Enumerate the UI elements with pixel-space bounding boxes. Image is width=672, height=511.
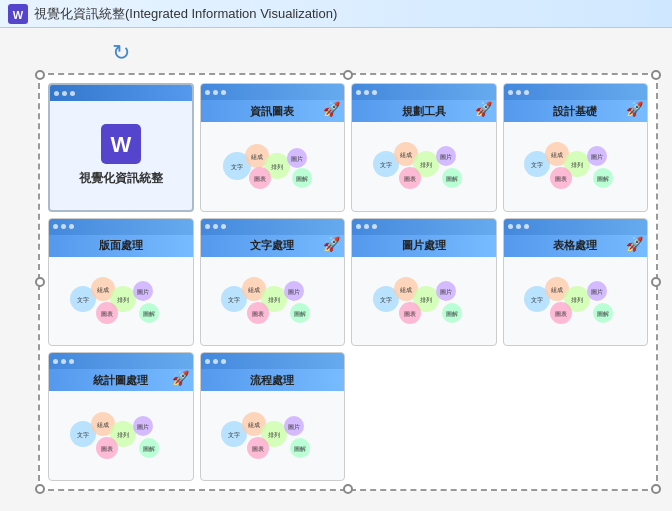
svg-text:圖片: 圖片	[440, 154, 452, 160]
svg-text:組成: 組成	[399, 287, 412, 293]
bubble-diagram-table: 文字 組成 排列 圖表 圖片 圖解	[515, 271, 635, 331]
svg-text:組成: 組成	[96, 422, 109, 428]
main-card-title: 視覺化資訊統整	[79, 170, 163, 187]
svg-text:圖表: 圖表	[404, 176, 416, 182]
card-title-text: 文字處理	[250, 238, 294, 253]
svg-text:排列: 排列	[268, 297, 280, 303]
svg-text:組成: 組成	[550, 152, 563, 158]
svg-text:組成: 組成	[247, 287, 260, 293]
svg-text:排列: 排列	[420, 162, 432, 168]
title-text: 視覺化資訊統整(Integrated Information Visualiza…	[34, 5, 337, 23]
svg-text:組成: 組成	[247, 422, 260, 428]
svg-text:排列: 排列	[271, 164, 283, 170]
bubble-diagram-stats: 文字 組成 排列 圖表 圖片 圖解	[61, 406, 181, 466]
card-info-chart[interactable]: 資訊圖表 🚀 文字 組成 排列 圖表 圖片	[200, 83, 346, 212]
card-title-design: 設計基礎	[553, 104, 597, 119]
svg-text:圖表: 圖表	[555, 311, 567, 317]
svg-text:組成: 組成	[250, 154, 263, 160]
title-bar: W 視覺化資訊統整(Integrated Information Visuali…	[0, 0, 672, 28]
svg-text:文字: 文字	[380, 296, 392, 303]
svg-text:圖表: 圖表	[101, 446, 113, 452]
main-logo-icon: W	[101, 124, 141, 164]
cards-grid: W 視覺化資訊統整 資訊圖表 🚀	[48, 83, 648, 481]
svg-text:W: W	[110, 132, 131, 157]
svg-text:文字: 文字	[531, 296, 543, 303]
main-area: ↻ W 視覺化資訊統整	[0, 28, 672, 511]
svg-text:排列: 排列	[571, 297, 583, 303]
rocket-icon-5: 🚀	[323, 236, 340, 252]
card-planning-tools[interactable]: 規劃工具 🚀 文字 組成 排列 圖表 圖片	[351, 83, 497, 212]
svg-text:圖解: 圖解	[294, 446, 306, 452]
card-text[interactable]: 文字處理 🚀 文字 組成 排列 圖表 圖片	[200, 218, 346, 347]
rocket-icon: 🚀	[323, 101, 340, 117]
svg-text:排列: 排列	[420, 297, 432, 303]
svg-text:圖片: 圖片	[288, 289, 300, 295]
svg-text:圖解: 圖解	[446, 176, 458, 182]
svg-text:排列: 排列	[117, 297, 129, 303]
svg-text:圖表: 圖表	[404, 311, 416, 317]
bubble-diagram-text: 文字 組成 排列 圖表 圖片 圖解	[212, 271, 332, 331]
bubble-diagram-info-chart: 文字 組成 排列 圖表 圖片 圖解	[212, 136, 332, 196]
refresh-icon[interactable]: ↻	[112, 40, 130, 66]
rocket-icon-2: 🚀	[475, 101, 492, 117]
card-title-stats: 統計圖處理	[93, 373, 148, 388]
svg-text:組成: 組成	[550, 287, 563, 293]
svg-text:排列: 排列	[117, 432, 129, 438]
grid-container: W 視覺化資訊統整 資訊圖表 🚀	[38, 73, 658, 491]
rocket-icon-3: 🚀	[626, 101, 643, 117]
rocket-icon-8: 🚀	[172, 370, 189, 386]
svg-text:文字: 文字	[228, 431, 240, 438]
svg-text:圖片: 圖片	[137, 289, 149, 295]
svg-text:圖解: 圖解	[143, 446, 155, 452]
svg-text:圖表: 圖表	[252, 446, 264, 452]
card-main[interactable]: W 視覺化資訊統整	[48, 83, 194, 212]
card-table[interactable]: 表格處理 🚀 文字 組成 排列 圖表 圖片	[503, 218, 649, 347]
svg-text:圖片: 圖片	[591, 289, 603, 295]
svg-text:文字: 文字	[77, 296, 89, 303]
card-title-image: 圖片處理	[402, 238, 446, 253]
bubble-diagram-design: 文字 組成 排列 圖表 圖片 圖解	[515, 136, 635, 196]
card-flow[interactable]: 流程處理 文字 組成 排列 圖表 圖片 圖	[200, 352, 346, 481]
svg-text:組成: 組成	[96, 287, 109, 293]
card-title-table: 表格處理	[553, 238, 597, 253]
svg-text:圖片: 圖片	[591, 154, 603, 160]
card-design-basics[interactable]: 設計基礎 🚀 文字 組成 排列 圖表 圖片	[503, 83, 649, 212]
rocket-icon-7: 🚀	[626, 236, 643, 252]
card-stats[interactable]: 統計圖處理 🚀 文字 組成 排列 圖表 圖片	[48, 352, 194, 481]
title-logo-icon: W	[8, 4, 28, 24]
bubble-diagram-flow: 文字 組成 排列 圖表 圖片 圖解	[212, 406, 332, 466]
card-image[interactable]: 圖片處理 文字 組成 排列 圖表 圖片 圖	[351, 218, 497, 347]
svg-text:文字: 文字	[231, 163, 243, 170]
svg-text:圖片: 圖片	[291, 156, 303, 162]
svg-text:圖片: 圖片	[440, 289, 452, 295]
card-title-flow: 流程處理	[250, 373, 294, 388]
svg-text:圖解: 圖解	[597, 176, 609, 182]
svg-text:排列: 排列	[268, 432, 280, 438]
card-title-layout: 版面處理	[99, 238, 143, 253]
svg-text:圖解: 圖解	[294, 311, 306, 317]
card-header-main	[50, 85, 192, 101]
card-layout[interactable]: 版面處理 文字 組成 排列 圖表 圖片 圖	[48, 218, 194, 347]
svg-text:圖表: 圖表	[252, 311, 264, 317]
svg-text:圖表: 圖表	[555, 176, 567, 182]
card-title-info-chart: 資訊圖表	[250, 104, 294, 119]
svg-text:圖解: 圖解	[143, 311, 155, 317]
svg-text:W: W	[13, 9, 24, 21]
svg-text:圖解: 圖解	[446, 311, 458, 317]
svg-text:圖表: 圖表	[254, 176, 266, 182]
card-title-planning: 規劃工具	[402, 104, 446, 119]
svg-text:組成: 組成	[399, 152, 412, 158]
svg-text:文字: 文字	[380, 161, 392, 168]
bubble-diagram-planning: 文字 組成 排列 圖表 圖片 圖解	[364, 136, 484, 196]
svg-text:排列: 排列	[571, 162, 583, 168]
svg-text:圖解: 圖解	[296, 176, 308, 182]
svg-text:文字: 文字	[228, 296, 240, 303]
svg-text:文字: 文字	[77, 431, 89, 438]
svg-text:圖片: 圖片	[288, 424, 300, 430]
svg-text:圖片: 圖片	[137, 424, 149, 430]
bubble-diagram-image: 文字 組成 排列 圖表 圖片 圖解	[364, 271, 484, 331]
svg-text:圖解: 圖解	[597, 311, 609, 317]
svg-text:文字: 文字	[531, 161, 543, 168]
bubble-diagram-layout: 文字 組成 排列 圖表 圖片 圖解	[61, 271, 181, 331]
svg-text:圖表: 圖表	[101, 311, 113, 317]
